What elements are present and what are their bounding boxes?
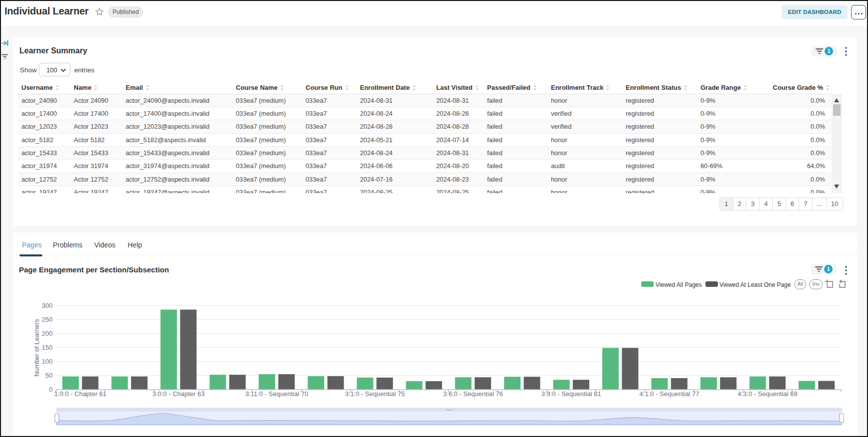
svg-text:Number of Learners: Number of Learners bbox=[33, 319, 40, 377]
svg-text:3:0:0 - Chapter 63: 3:0:0 - Chapter 63 bbox=[153, 390, 205, 398]
svg-text:3:6:0 - Sequential 76: 3:6:0 - Sequential 76 bbox=[443, 390, 503, 398]
svg-text:3:1:0 - Sequential 75: 3:1:0 - Sequential 75 bbox=[345, 390, 405, 398]
svg-text:3:9:0 - Sequential 81: 3:9:0 - Sequential 81 bbox=[541, 390, 601, 398]
svg-text:3:11:0 - Sequential 70: 3:11:0 - Sequential 70 bbox=[245, 390, 308, 398]
svg-text:0: 0 bbox=[49, 386, 52, 393]
svg-text:50: 50 bbox=[45, 372, 52, 379]
svg-text:250: 250 bbox=[42, 316, 53, 323]
svg-text:4:3:0 - Sequential 69: 4:3:0 - Sequential 69 bbox=[738, 390, 798, 398]
svg-text:4:1:0 - Sequential 77: 4:1:0 - Sequential 77 bbox=[640, 390, 699, 398]
svg-text:150: 150 bbox=[42, 344, 53, 351]
svg-text:100: 100 bbox=[42, 358, 53, 365]
svg-text:1:0:0 - Chapter 61: 1:0:0 - Chapter 61 bbox=[54, 390, 107, 398]
svg-text:300: 300 bbox=[42, 302, 53, 309]
svg-text:200: 200 bbox=[42, 330, 53, 337]
